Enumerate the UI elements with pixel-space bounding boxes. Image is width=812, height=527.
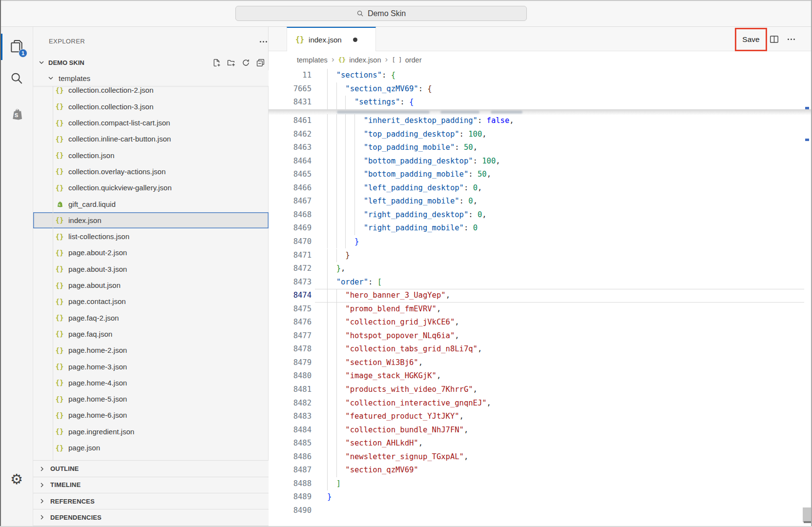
file-item-gift_card.liquid[interactable]: Sgift_card.liquid: [33, 196, 269, 212]
line-number[interactable]: 8466: [269, 182, 312, 195]
line-number[interactable]: 11: [269, 69, 312, 82]
panel-outline[interactable]: OUTLINE: [33, 460, 269, 476]
file-item-page.contact.json[interactable]: {}page.contact.json: [33, 293, 269, 309]
line-number[interactable]: 8473: [269, 276, 312, 289]
file-item-page.about-3.json[interactable]: {}page.about-3.json: [33, 261, 269, 277]
file-item-page.faq.json[interactable]: {}page.faq.json: [33, 326, 269, 342]
code-line-8473[interactable]: 8473"order": [: [269, 276, 812, 289]
code-line-8481[interactable]: 8481"products_with_video_7KhrrG",: [269, 383, 812, 397]
code-line-8472[interactable]: 8472},: [269, 262, 812, 276]
line-number[interactable]: 8431: [269, 96, 312, 109]
split-editor-button[interactable]: [768, 33, 780, 45]
code-line-8487[interactable]: 8487"section_qzMV69": [269, 464, 812, 477]
code-line-8474[interactable]: 8474"hero_banner_3_UagYep",: [269, 289, 812, 303]
editor-more-actions-button[interactable]: [785, 33, 797, 45]
new-file-button[interactable]: [212, 58, 221, 67]
code-line-8470[interactable]: 8470}: [269, 235, 812, 249]
file-item-page.about.json[interactable]: {}page.about.json: [33, 277, 269, 293]
activity-settings-button[interactable]: ⚙: [0, 463, 33, 495]
code-line-7665[interactable]: 7665"section_qzMV69": {: [269, 82, 812, 96]
file-item-page.about-2.json[interactable]: {}page.about-2.json: [33, 244, 269, 261]
file-item-collection.quickview-gallery.json[interactable]: {}collection.quickview-gallery.json: [33, 180, 269, 196]
line-number[interactable]: 7665: [269, 82, 312, 96]
workspace-section-header[interactable]: DEMO SKIN: [33, 55, 269, 70]
code-line-8465[interactable]: 8465"bottom_padding_mobile": 50,: [269, 168, 812, 182]
panel-timeline[interactable]: TIMELINE: [33, 477, 269, 493]
activity-shopify-button[interactable]: S: [0, 99, 33, 131]
code-line-8464[interactable]: 8464"bottom_padding_desktop": 100,: [269, 155, 812, 168]
line-number[interactable]: 8464: [269, 155, 312, 168]
file-item-page.home-4.json[interactable]: {}page.home-4.json: [33, 375, 269, 391]
code-line-8462[interactable]: 8462"top_padding_desktop": 100,: [269, 128, 812, 142]
file-item-page.home-6.json[interactable]: {}page.home-6.json: [33, 407, 269, 423]
code-line-8486[interactable]: 8486"newsletter_signup_TGxpAL",: [269, 450, 812, 464]
line-number[interactable]: 8490: [269, 504, 312, 518]
file-item-page.json[interactable]: {}page.json: [33, 440, 269, 456]
line-number[interactable]: 8462: [269, 128, 312, 142]
file-item-collection.inline-cart-button.json[interactable]: {}collection.inline-cart-button.json: [33, 131, 269, 147]
code-line-8482[interactable]: 8482"collection_interactive_gnqnEJ",: [269, 397, 812, 410]
code-line-8461[interactable]: 8461"inherit_desktop_padding": false,: [269, 114, 812, 128]
code-line-8480[interactable]: 8480"image_stack_HGKGjK",: [269, 369, 812, 383]
line-number[interactable]: 8468: [269, 208, 312, 222]
tab-index-json[interactable]: {} index.json: [287, 27, 376, 51]
code-line-8463[interactable]: 8463"top_padding_mobile": 50,: [269, 141, 812, 155]
line-number[interactable]: 8461: [269, 114, 312, 128]
file-item-collection.overlay-actions.json[interactable]: {}collection.overlay-actions.json: [33, 163, 269, 180]
new-folder-button[interactable]: [227, 58, 235, 67]
code-line-8490[interactable]: 8490: [269, 504, 812, 518]
line-number[interactable]: 8475: [269, 303, 312, 316]
line-number[interactable]: 8465: [269, 168, 312, 182]
file-item-list-collections.json[interactable]: {}list-collections.json: [33, 228, 269, 244]
code-line-8476[interactable]: 8476"collection_grid_jVkCE6",: [269, 316, 812, 329]
code-line-8466[interactable]: 8466"left_padding_desktop": 0,: [269, 182, 812, 195]
line-number[interactable]: 8480: [269, 369, 312, 383]
line-number[interactable]: 8474: [269, 289, 312, 303]
command-center[interactable]: Demo Skin: [235, 6, 527, 21]
line-number[interactable]: 8471: [269, 249, 312, 263]
activity-search-button[interactable]: [0, 62, 33, 94]
code-line-8468[interactable]: 8468"right_padding_desktop": 0,: [269, 208, 812, 222]
file-item-index.json[interactable]: {}index.json: [33, 212, 269, 228]
save-button[interactable]: Save: [742, 35, 759, 44]
line-number[interactable]: 8467: [269, 195, 312, 208]
file-item-page.faq-2.json[interactable]: {}page.faq-2.json: [33, 310, 269, 326]
file-item-collection.compact-list-cart.json[interactable]: {}collection.compact-list-cart.json: [33, 115, 269, 131]
line-number[interactable]: 8469: [269, 222, 312, 235]
file-item-page.home-3.json[interactable]: {}page.home-3.json: [33, 358, 269, 374]
code-line-8483[interactable]: 8483"featured_product_YJtJKY",: [269, 410, 812, 424]
line-number[interactable]: 8481: [269, 383, 312, 397]
line-number[interactable]: 8472: [269, 262, 312, 276]
code-line-8485[interactable]: 8485"section_AHLkdH",: [269, 437, 812, 450]
line-number[interactable]: 8483: [269, 410, 312, 424]
refresh-button[interactable]: [241, 58, 250, 67]
code-line-8431[interactable]: 8431"settings": {: [269, 96, 812, 109]
breadcrumb-order[interactable]: order: [405, 56, 422, 64]
code-line-11[interactable]: 11"sections": {: [269, 69, 812, 82]
file-item-collection.json[interactable]: {}collection.json: [33, 147, 269, 163]
file-item-page.ingredient.json[interactable]: {}page.ingredient.json: [33, 424, 269, 440]
code-line-8475[interactable]: 8475"promo_blend_fmEVRV",: [269, 303, 812, 316]
code-line-8478[interactable]: 8478"collection_tabs_grid_n8Li7q",: [269, 343, 812, 356]
code-viewport[interactable]: 8461"inherit_desktop_padding": false,846…: [269, 114, 812, 527]
explorer-more-actions-button[interactable]: [257, 36, 270, 47]
activity-explorer-button[interactable]: 1: [0, 30, 33, 62]
code-line-8484[interactable]: 8484"collection_bundle_NhJ7FN",: [269, 424, 812, 437]
line-number[interactable]: 8463: [269, 141, 312, 155]
code-line-8471[interactable]: 8471}: [269, 249, 812, 263]
line-number[interactable]: 8487: [269, 464, 312, 477]
file-item-page.home-5.json[interactable]: {}page.home-5.json: [33, 391, 269, 407]
line-number[interactable]: 8478: [269, 343, 312, 356]
line-number[interactable]: 8482: [269, 397, 312, 410]
line-number[interactable]: 8476: [269, 316, 312, 329]
line-number[interactable]: 8479: [269, 356, 312, 370]
file-item-page.home-2.json[interactable]: {}page.home-2.json: [33, 342, 269, 358]
line-number[interactable]: 8484: [269, 424, 312, 437]
file-item-collection.collection-3.json[interactable]: {}collection.collection-3.json: [33, 99, 269, 115]
line-number[interactable]: 8470: [269, 235, 312, 249]
file-item-collection.collection-2.json[interactable]: {}collection.collection-2.json: [33, 86, 269, 99]
code-line-8469[interactable]: 8469"right_padding_mobile": 0: [269, 222, 812, 235]
line-number[interactable]: 8477: [269, 329, 312, 343]
panel-references[interactable]: REFERENCES: [33, 493, 269, 509]
code-line-8479[interactable]: 8479"section_Wi3Bj6",: [269, 356, 812, 370]
